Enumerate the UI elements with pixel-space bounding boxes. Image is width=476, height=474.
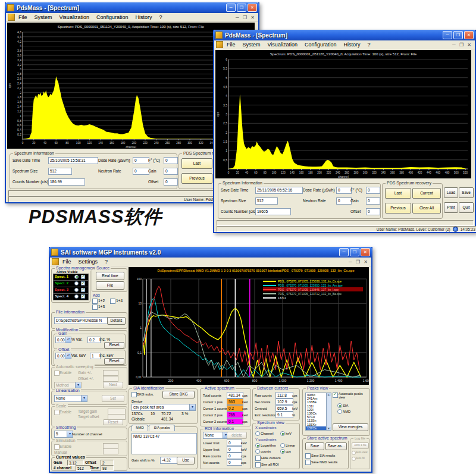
smoothing-dropdown[interactable]: 5 (54, 431, 73, 438)
logarithm-radio[interactable] (255, 443, 260, 448)
save-button[interactable]: Save (459, 187, 474, 198)
menu-file[interactable]: File (59, 259, 75, 265)
spectrum-size-field[interactable]: 512 (255, 197, 278, 205)
legend-entry[interactable]: PDS_ 075270_071005_125950_125_lin_Am.spe (263, 283, 363, 287)
mdi-controls[interactable]: ─ ❐ ✕ (236, 15, 258, 20)
bkg-subs-checkbox[interactable] (131, 392, 137, 397)
counts-number-field[interactable]: 19605 (255, 208, 291, 215)
scale-enable-checkbox[interactable] (54, 410, 60, 415)
spect2-visible-checkbox[interactable] (81, 281, 85, 285)
menu-help[interactable]: ? (364, 42, 374, 48)
gain-spinner[interactable]: 0.00 (55, 337, 71, 343)
save-date-field[interactable]: 25/10/2005 15:58:31 (48, 157, 98, 164)
load-button[interactable]: Load (444, 187, 458, 198)
quit-button[interactable]: Quit (459, 202, 474, 213)
neutron-rate-field[interactable]: 0 (133, 168, 149, 175)
use-button[interactable]: Use (177, 457, 195, 464)
peaks-listbox[interactable]: 99Mo 241Am 133Ba 131I 129I 138Cs 57Co 11… (305, 393, 331, 431)
minimize-button[interactable]: ─ (443, 31, 452, 39)
neutron-rate-field[interactable]: 0 (336, 197, 352, 205)
legend-entry[interactable]: PDS_ 075270_071005_125038_132_lin_Cs.spe (263, 279, 363, 283)
spectrum-size-field[interactable]: 512 (48, 168, 72, 175)
previous-button[interactable]: Previous (181, 173, 212, 184)
dose-rate-field[interactable]: 0 (133, 157, 149, 164)
spect4-active-radio[interactable] (74, 294, 79, 299)
maximize-button[interactable]: ❐ (237, 4, 246, 12)
menu-history[interactable]: History (131, 14, 155, 20)
menu-help[interactable]: ? (155, 14, 165, 20)
clear-all-button[interactable]: Clear All (412, 203, 441, 214)
dose-rate-field[interactable]: 0 (336, 187, 352, 194)
store-bkg-button[interactable]: Store BKG (162, 391, 195, 398)
spect3-active-radio[interactable] (74, 288, 79, 292)
maximize-button[interactable]: ❐ (350, 248, 359, 256)
gain-inc-field[interactable]: 0.2 (87, 337, 101, 343)
spect1-visible-checkbox[interactable] (81, 275, 85, 279)
save-button[interactable]: Save (305, 442, 324, 450)
close-button[interactable]: ✕ (248, 4, 257, 12)
upper-limit-field[interactable]: 0 (227, 446, 242, 453)
tab-nmd[interactable]: NMD (131, 425, 148, 431)
sweeping-enable-checkbox[interactable] (54, 371, 60, 376)
menu-settings[interactable]: Settings (75, 259, 102, 265)
previous-button[interactable]: Previous (385, 203, 411, 214)
current-button[interactable]: Current (412, 188, 441, 199)
menu-system[interactable]: System (31, 14, 56, 20)
linear-radio[interactable] (280, 443, 285, 448)
hide-cursors-checkbox[interactable] (255, 456, 261, 461)
tab-sa-peaks[interactable]: S/A peaks (149, 425, 175, 431)
mdi-controls[interactable]: ─ ❐ ✕ (452, 42, 475, 48)
titlebar[interactable]: PdsMass - [Spectrum] ─❐✕ (213, 30, 476, 40)
menu-file[interactable]: File (223, 42, 239, 48)
nmd-radio[interactable] (337, 409, 342, 414)
offset-field[interactable]: 0 (164, 178, 178, 186)
menu-visualization[interactable]: Visualization (56, 14, 93, 20)
nmd-result-textarea[interactable]: NMD 137Cs 47 (131, 433, 197, 454)
temperature-field[interactable]: 0 (366, 187, 380, 194)
gain-field[interactable]: 0 (366, 197, 380, 205)
menu-configuration[interactable]: Configuration (301, 42, 340, 48)
automatic-peaks-checkbox[interactable] (333, 393, 338, 398)
legend-entry[interactable]: PDS_ 075270_071005_123712_132_lin_Ba.spe (263, 291, 363, 296)
counts-number-field[interactable]: 186.99 (48, 178, 85, 186)
file-path-field[interactable]: D:\Spectres\SPRD\essai N (54, 317, 108, 324)
menu-history[interactable]: History (340, 42, 364, 48)
offset-reset-button[interactable]: Reset (104, 358, 124, 365)
sia-radio[interactable] (337, 403, 342, 408)
spect2-active-radio[interactable] (74, 281, 79, 285)
add-1plus4-checkbox[interactable] (110, 299, 115, 304)
spect4-visible-checkbox[interactable] (81, 294, 85, 299)
save-nmd-checkbox[interactable] (305, 460, 311, 465)
legend-entry[interactable]: PDS_ 075270_071005_130846_137_lin_I.spe (263, 287, 363, 291)
spect3-visible-checkbox[interactable] (81, 288, 85, 292)
roi-dropdown[interactable]: None (203, 432, 229, 439)
titlebar[interactable]: PdsMass - [Spectrum] ─❐✕ (5, 2, 259, 13)
counts-radio[interactable] (255, 449, 260, 454)
cps-radio[interactable] (280, 449, 285, 454)
simulation-enable-checkbox[interactable] (54, 444, 60, 450)
see-all-roi-checkbox[interactable] (255, 462, 261, 467)
add-1plus2-checkbox[interactable] (92, 299, 98, 304)
view-energies-button[interactable]: View energies (333, 423, 368, 431)
details-button[interactable]: Details (107, 317, 126, 325)
last-button[interactable]: Last (385, 188, 411, 199)
menu-help[interactable]: ? (101, 259, 111, 265)
offset-spinner[interactable]: 0.00 (55, 353, 71, 359)
menu-visualization[interactable]: Visualization (264, 42, 301, 48)
channel-radio[interactable] (255, 431, 260, 436)
scrollbar[interactable] (326, 393, 331, 430)
menu-configuration[interactable]: Configuration (93, 14, 132, 20)
last-button[interactable]: Last (181, 158, 212, 169)
maximize-button[interactable]: ❐ (453, 31, 463, 39)
close-button[interactable]: ✕ (464, 31, 474, 39)
gain-shift-field[interactable]: -4.32 (160, 457, 178, 464)
save-as-button[interactable]: Save as... (325, 442, 347, 450)
minimize-button[interactable]: ─ (339, 248, 349, 256)
minimize-button[interactable]: ─ (226, 4, 236, 12)
titlebar[interactable]: SAI software MGP Instruments v2.0 ─❐✕ (49, 247, 372, 258)
save-sia-checkbox[interactable] (305, 453, 311, 459)
offset-field[interactable]: 0 (366, 208, 380, 215)
lower-limit-field[interactable]: 0 (227, 440, 242, 446)
menu-system[interactable]: System (239, 42, 264, 48)
linearisation-dropdown[interactable]: None (54, 395, 87, 402)
